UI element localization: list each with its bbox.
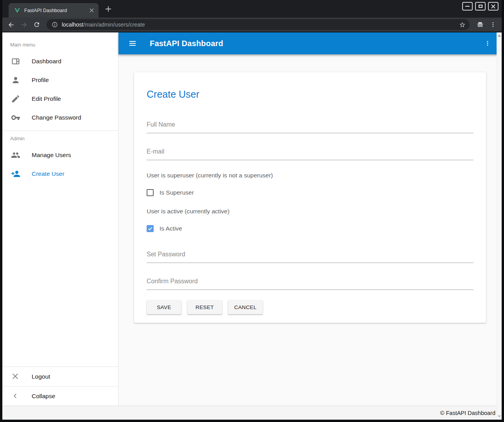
browser-titlebar: FastAPI Dashboard [2, 0, 502, 18]
sidebar-item-label: Edit Profile [32, 95, 61, 102]
superuser-hint: User is superuser (currently is not a su… [147, 172, 474, 179]
vertical-scrollbar[interactable] [497, 32, 502, 420]
new-tab-button[interactable] [104, 5, 113, 13]
form-actions: SAVE RESET CANCEL [147, 300, 474, 314]
checkbox-unchecked-icon[interactable] [147, 189, 154, 196]
sidebar-item-profile[interactable]: Profile [2, 71, 118, 89]
checkbox-checked-icon[interactable] [147, 225, 154, 232]
page-viewport: Main menu Dashboard Profile [2, 32, 502, 420]
active-hint: User is active (currently active) [147, 208, 474, 215]
browser-menu-button[interactable] [489, 21, 497, 29]
url-host: localhost [62, 21, 83, 28]
sidebar-item-dashboard[interactable]: Dashboard [2, 52, 118, 71]
window-controls [462, 2, 499, 11]
browser-window: FastAPI Dashboard [0, 0, 504, 422]
url-path: /main/admin/users/create [83, 21, 145, 28]
sidebar-item-label: Create User [32, 170, 65, 177]
full-name-input[interactable] [147, 120, 474, 133]
scroll-down-arrow-icon[interactable] [498, 415, 501, 418]
reset-button[interactable]: RESET [187, 300, 222, 314]
close-window-button[interactable] [488, 2, 499, 11]
browser-tab[interactable]: FastAPI Dashboard [9, 3, 99, 18]
maximize-icon [479, 5, 482, 8]
vue-favicon-icon [14, 7, 20, 14]
sidebar-item-collapse[interactable]: Collapse [2, 386, 118, 406]
dashboard-icon [11, 57, 20, 66]
hamburger-menu-button[interactable] [127, 38, 138, 49]
sidebar-item-label: Logout [32, 373, 50, 380]
page-footer: © FastAPI Dashboard [2, 406, 502, 420]
appbar-title: FastAPI Dashboard [150, 39, 223, 48]
forward-button[interactable] [20, 21, 28, 29]
is-active-checkbox[interactable]: Is Active [147, 225, 474, 232]
sidebar-item-label: Change Password [32, 114, 81, 121]
cancel-button[interactable]: CANCEL [228, 300, 263, 314]
bookmark-star-icon[interactable] [459, 21, 466, 28]
sidebar-item-label: Collapse [32, 393, 55, 400]
sidebar-item-logout[interactable]: Logout [2, 367, 118, 386]
appbar-kebab-menu-button[interactable] [482, 38, 493, 49]
maximize-button[interactable] [475, 2, 486, 11]
key-icon [11, 113, 20, 122]
main-area: FastAPI Dashboard Create User [118, 32, 502, 406]
set-password-input[interactable] [147, 249, 474, 263]
browser-toolbar: localhost/main/admin/users/create [2, 18, 502, 32]
save-button[interactable]: SAVE [147, 300, 181, 314]
sidebar-item-create-user[interactable]: Create User [2, 165, 118, 183]
sidebar-spacer [2, 183, 118, 367]
sidebar-item-edit-profile[interactable]: Edit Profile [2, 89, 118, 108]
full-name-field [147, 120, 474, 133]
checkbox-label: Is Superuser [160, 189, 194, 196]
create-user-card: Create User User is superuser (currently… [134, 72, 486, 323]
confirm-password-field [147, 276, 474, 290]
confirm-password-input[interactable] [147, 276, 474, 290]
minimize-icon [465, 6, 470, 7]
sidebar-item-manage-users[interactable]: Manage Users [2, 146, 118, 165]
back-button[interactable] [7, 21, 15, 29]
person-icon [11, 75, 20, 85]
sidebar: Main menu Dashboard Profile [2, 32, 118, 406]
page-content: Create User User is superuser (currently… [118, 54, 502, 406]
sidebar-item-label: Manage Users [32, 152, 71, 159]
sidebar-item-label: Dashboard [32, 58, 61, 65]
copyright-text: © FastAPI Dashboard [440, 410, 495, 416]
minimize-button[interactable] [462, 2, 473, 11]
url-text[interactable]: localhost/main/admin/users/create [62, 21, 455, 28]
checkbox-label: Is Active [160, 225, 182, 232]
pencil-icon [11, 94, 20, 104]
is-superuser-checkbox[interactable]: Is Superuser [147, 189, 474, 196]
app-bar: FastAPI Dashboard [118, 32, 502, 54]
reload-button[interactable] [33, 21, 41, 29]
incognito-icon [476, 21, 484, 29]
close-icon [11, 372, 20, 381]
page-info-icon[interactable] [52, 21, 58, 28]
email-input[interactable] [147, 147, 474, 160]
close-window-icon [491, 4, 495, 9]
scroll-up-arrow-icon[interactable] [498, 34, 501, 37]
chevron-left-icon [11, 392, 20, 401]
email-field [147, 147, 474, 160]
tab-close-icon[interactable] [88, 7, 95, 14]
sidebar-section-admin: Admin [2, 131, 118, 146]
page-title: Create User [147, 89, 474, 100]
sidebar-item-label: Profile [32, 77, 49, 84]
tab-title: FastAPI Dashboard [24, 8, 88, 13]
sidebar-item-change-password[interactable]: Change Password [2, 108, 118, 127]
set-password-field [147, 249, 474, 263]
person-add-icon [11, 169, 20, 179]
address-bar[interactable]: localhost/main/admin/users/create [47, 19, 470, 30]
sidebar-section-main-menu: Main menu [2, 37, 118, 52]
people-icon [11, 150, 20, 160]
